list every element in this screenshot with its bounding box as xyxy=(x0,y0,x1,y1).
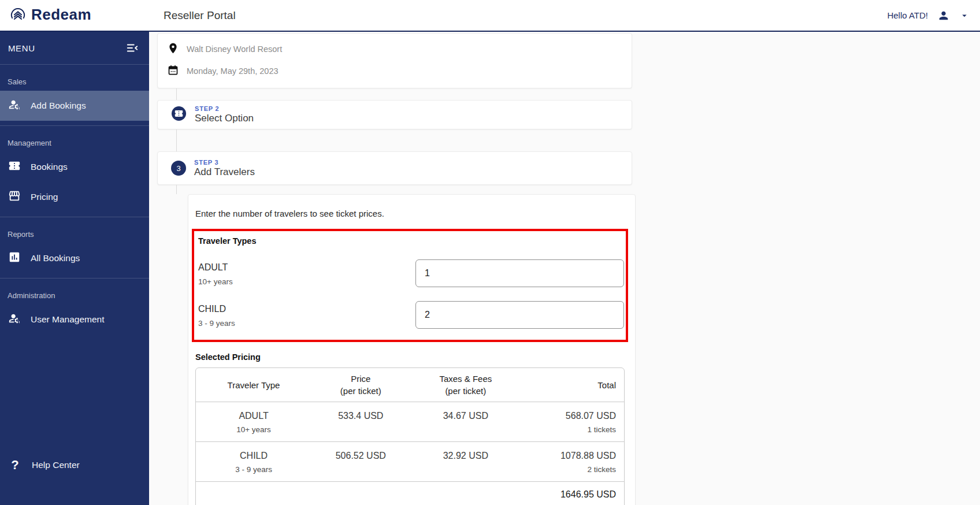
sidebar-collapse-icon[interactable] xyxy=(126,42,139,54)
person-gear-icon xyxy=(8,312,21,327)
section-label: Management xyxy=(0,126,149,152)
sidebar-section-sales: Sales Add Bookings xyxy=(0,65,149,126)
add-travelers-panel: Enter the number of travelers to see tic… xyxy=(188,194,636,505)
sidebar-item-label: All Bookings xyxy=(31,253,80,263)
location-pin-icon xyxy=(167,42,179,57)
step-2-ticket-badge-icon xyxy=(171,106,187,124)
sidebar-item-help-center[interactable]: ? Help Center xyxy=(0,458,149,505)
section-label: Sales xyxy=(0,65,149,91)
redeam-logo-icon xyxy=(9,6,27,24)
user-menu[interactable]: Hello ATD! xyxy=(887,0,970,31)
pricing-row-adult-sub: 10+ years 1 tickets xyxy=(196,421,624,441)
grand-total: 1646.95 USD xyxy=(521,481,624,505)
traveler-age: 3 - 9 years xyxy=(198,319,415,328)
pricing-row-child-sub: 3 - 9 years 2 tickets xyxy=(196,461,624,481)
row-tickets: 2 tickets xyxy=(521,461,624,481)
location-row: Walt Disney World Resort xyxy=(167,38,632,60)
step-2-title: Select Option xyxy=(195,113,254,124)
sidebar-item-user-management[interactable]: User Management xyxy=(0,305,149,335)
traveler-types-highlight-box: Traveler Types ADULT 10+ years CHILD 3 -… xyxy=(192,229,628,342)
step-3-card[interactable]: 3 STEP 3 Add Travelers xyxy=(157,151,632,185)
sidebar-item-add-bookings[interactable]: Add Bookings xyxy=(0,91,149,121)
adult-count-input[interactable] xyxy=(415,259,624,287)
pricing-header-row: Traveler Type Price (per ticket) Taxes &… xyxy=(196,368,624,402)
menu-label: MENU xyxy=(8,43,35,53)
booking-summary-card: Walt Disney World Resort Monday, May 29t… xyxy=(157,33,632,88)
sidebar-item-pricing[interactable]: Pricing xyxy=(0,182,149,212)
calendar-icon xyxy=(167,64,179,79)
sidebar-item-label: Pricing xyxy=(31,192,58,202)
traveler-age: 10+ years xyxy=(198,277,415,286)
row-tickets: 1 tickets xyxy=(521,421,624,441)
pricing-row-child: CHILD 506.52 USD 32.92 USD 1078.88 USD xyxy=(196,441,624,461)
storefront-icon xyxy=(8,190,21,205)
selected-pricing-table: Traveler Type Price (per ticket) Taxes &… xyxy=(195,367,625,505)
row-taxes: 32.92 USD xyxy=(410,441,521,461)
section-label: Reports xyxy=(0,217,149,243)
main-content: Walt Disney World Resort Monday, May 29t… xyxy=(149,32,980,505)
step-2-label: STEP 2 xyxy=(195,105,254,112)
pricing-total-row: 1646.95 USD xyxy=(196,481,624,505)
sidebar-menu-header: MENU xyxy=(0,32,149,65)
sidebar-item-label: Bookings xyxy=(31,162,68,172)
sidebar-item-bookings[interactable]: Bookings xyxy=(0,152,149,182)
step-3-number-badge: 3 xyxy=(171,161,186,176)
brand-wordmark: Redeam xyxy=(31,6,91,24)
traveler-row-child: CHILD 3 - 9 years xyxy=(198,301,624,329)
user-avatar-icon xyxy=(937,9,950,22)
ticket-icon xyxy=(8,159,21,174)
sidebar: MENU Sales Add Bookings Management xyxy=(0,32,149,505)
row-age: 3 - 9 years xyxy=(196,461,311,481)
user-greeting: Hello ATD! xyxy=(887,10,928,20)
traveler-types-label: Traveler Types xyxy=(198,236,624,246)
chevron-down-icon xyxy=(959,10,970,21)
sidebar-section-reports: Reports All Bookings xyxy=(0,217,149,279)
pricing-row-adult: ADULT 533.4 USD 34.67 USD 568.07 USD xyxy=(196,402,624,421)
section-label: Administration xyxy=(0,279,149,305)
travelers-instruction: Enter the number of travelers to see tic… xyxy=(195,209,635,218)
row-total: 568.07 USD xyxy=(521,402,624,421)
redeam-logo[interactable]: Redeam xyxy=(9,6,91,24)
top-bar: Redeam Reseller Portal Hello ATD! xyxy=(0,0,980,32)
traveler-name: ADULT xyxy=(198,262,415,273)
sidebar-item-label: Add Bookings xyxy=(31,101,86,111)
col-traveler-type: Traveler Type xyxy=(196,368,311,402)
step-connector xyxy=(157,185,980,194)
step-connector xyxy=(157,88,980,100)
date-row: Monday, May 29th, 2023 xyxy=(167,60,632,82)
row-taxes: 34.67 USD xyxy=(410,402,521,421)
step-connector xyxy=(157,129,980,151)
location-value: Walt Disney World Resort xyxy=(187,44,282,54)
col-price: Price (per ticket) xyxy=(311,368,410,402)
selected-pricing-label: Selected Pricing xyxy=(195,352,635,362)
help-icon: ? xyxy=(9,458,21,473)
page-title: Reseller Portal xyxy=(164,0,236,31)
child-count-input[interactable] xyxy=(415,301,624,329)
bar-chart-icon xyxy=(8,251,21,266)
step-2-card[interactable]: STEP 2 Select Option xyxy=(157,100,632,129)
sidebar-item-label: User Management xyxy=(31,314,105,325)
help-label: Help Center xyxy=(32,460,80,470)
col-total: Total xyxy=(521,368,624,402)
sidebar-section-management: Management Bookings Pricing xyxy=(0,126,149,217)
step-3-title: Add Travelers xyxy=(194,166,255,178)
row-price: 533.4 USD xyxy=(311,402,410,421)
row-type: ADULT xyxy=(196,402,311,421)
person-gear-icon xyxy=(8,98,21,113)
col-taxes-fees: Taxes & Fees (per ticket) xyxy=(410,368,521,402)
row-age: 10+ years xyxy=(196,421,311,441)
row-price: 506.52 USD xyxy=(311,441,410,461)
row-total: 1078.88 USD xyxy=(521,441,624,461)
traveler-row-adult: ADULT 10+ years xyxy=(198,259,624,287)
step-3-label: STEP 3 xyxy=(194,159,255,166)
sidebar-section-administration: Administration User Management xyxy=(0,279,149,339)
row-type: CHILD xyxy=(196,441,311,461)
traveler-name: CHILD xyxy=(198,304,415,314)
date-value: Monday, May 29th, 2023 xyxy=(187,66,279,76)
sidebar-item-all-bookings[interactable]: All Bookings xyxy=(0,243,149,273)
